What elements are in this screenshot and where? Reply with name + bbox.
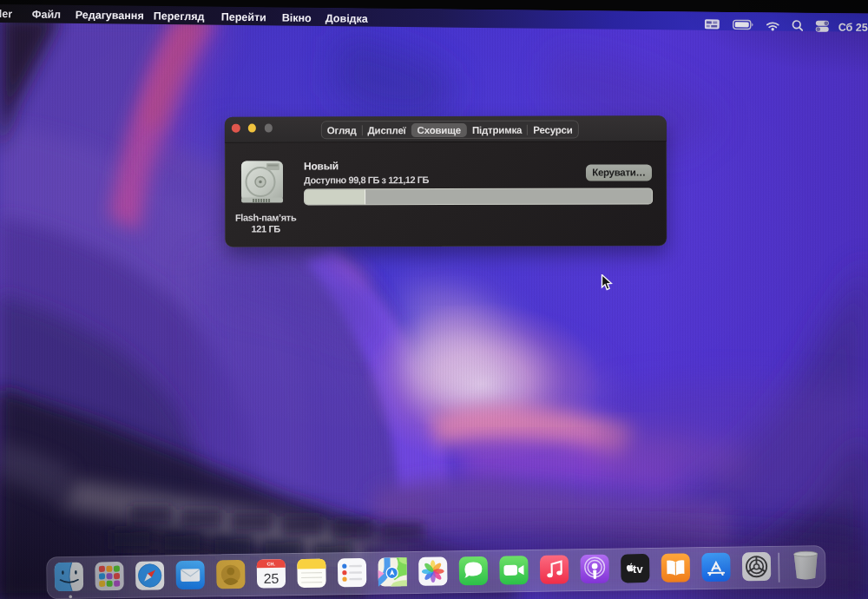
svg-text:25: 25 (263, 571, 279, 586)
svg-text:tv: tv (633, 563, 644, 576)
svg-text:СН.: СН. (266, 561, 275, 566)
